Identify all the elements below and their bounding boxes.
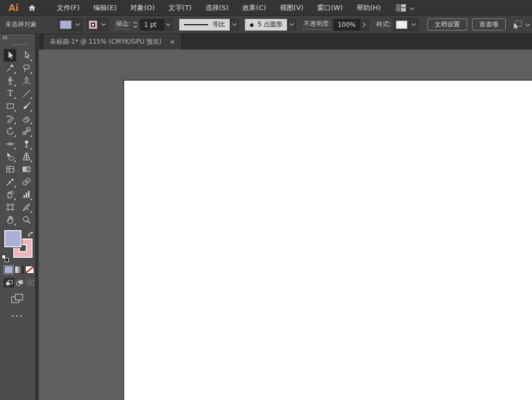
opacity-panel-link[interactable]: 不透明度: <box>303 19 331 29</box>
stroke-color-dropdown[interactable] <box>87 18 108 31</box>
menu-item-effect[interactable]: 效果(C) <box>236 0 273 16</box>
menu-item-object[interactable]: 对象(O) <box>124 0 161 16</box>
slice-tool[interactable] <box>20 201 33 213</box>
workspace-switcher-button[interactable] <box>396 3 415 13</box>
stroke-panel-link[interactable]: 描边: <box>116 19 130 29</box>
chevron-down-icon <box>99 19 108 31</box>
scale-tool[interactable] <box>20 125 33 137</box>
hand-icon <box>5 215 15 225</box>
column-graph-icon <box>22 189 32 199</box>
gradient-button[interactable] <box>15 266 24 274</box>
home-button[interactable] <box>27 3 37 13</box>
menu-item-help[interactable]: 帮助(H) <box>350 0 387 16</box>
paint-type-buttons <box>4 266 39 274</box>
opacity-input[interactable]: 100% <box>333 19 360 31</box>
menu-item-edit[interactable]: 编辑(E) <box>87 0 124 16</box>
menu-item-file[interactable]: 文件(F) <box>50 0 87 16</box>
main-menu: 文件(F)编辑(E)对象(O)文字(T)选择(S)效果(C)视图(V)窗口(W)… <box>50 0 387 16</box>
puppet-warp-tool[interactable] <box>20 137 33 150</box>
draw-normal-button[interactable] <box>4 278 14 287</box>
style-label: 样式: <box>376 20 391 29</box>
stroke-weight-stepper[interactable] <box>133 22 138 28</box>
fill-color-dropdown[interactable] <box>58 18 83 31</box>
screen-mode-button[interactable] <box>11 293 27 306</box>
document-setup-button[interactable]: 文档设置 <box>427 18 467 31</box>
swap-fill-stroke-button[interactable] <box>27 229 34 239</box>
selection-behavior-dropdown[interactable] <box>512 19 530 29</box>
panel-divider[interactable] <box>35 34 39 400</box>
paintbrush-icon <box>22 101 32 111</box>
pen-tool[interactable] <box>4 74 16 87</box>
shape-builder-tool[interactable] <box>4 150 16 163</box>
menu-item-type[interactable]: 文字(T) <box>161 0 198 16</box>
default-fill-stroke-button[interactable] <box>2 255 9 262</box>
chevron-down-icon <box>289 23 294 26</box>
illustrator-window: Ai 文件(F)编辑(E)对象(O)文字(T)选择(S)效果(C)视图(V)窗口… <box>0 0 532 400</box>
toolbar-grip[interactable] <box>13 44 26 45</box>
lasso-icon <box>22 63 32 73</box>
width-tool[interactable] <box>4 137 16 150</box>
artboard-tool[interactable] <box>4 201 16 213</box>
rectangle-tool[interactable] <box>4 99 16 112</box>
stroke-profile-line-icon <box>184 24 208 25</box>
line-segment-tool[interactable] <box>20 87 33 99</box>
canvas-pasteboard[interactable] <box>39 49 532 400</box>
selection-tool[interactable] <box>4 49 16 62</box>
hand-tool[interactable] <box>4 213 16 226</box>
style-dropdown[interactable] <box>394 18 418 31</box>
artboard-icon <box>5 202 15 212</box>
collapse-panel-icon[interactable] <box>2 35 8 40</box>
gradient-tool[interactable] <box>20 163 33 175</box>
fill-swatch[interactable] <box>4 230 22 247</box>
brush-definition-label: 5 点圆形 <box>258 20 282 29</box>
eraser-tool[interactable] <box>20 112 33 125</box>
preferences-button[interactable]: 首选项 <box>472 18 506 31</box>
brush-definition-preview[interactable]: ● 5 点圆形 <box>245 19 287 31</box>
draw-inside-icon <box>26 279 34 286</box>
document-tab[interactable]: 未标题-1* @ 115% (CMYK/GPU 预览) × <box>44 34 182 49</box>
menu-item-window[interactable]: 窗口(W) <box>310 0 350 16</box>
close-tab-icon[interactable]: × <box>169 38 175 45</box>
artboard[interactable] <box>124 80 532 400</box>
scale-icon <box>22 126 32 136</box>
draw-inside-button[interactable] <box>25 278 35 287</box>
document-tab-title: 未标题-1* @ 115% (CMYK/GPU 预览) <box>50 37 161 46</box>
magic-wand-tool[interactable] <box>4 62 16 74</box>
menu-bar: Ai 文件(F)编辑(E)对象(O)文字(T)选择(S)效果(C)视图(V)窗口… <box>0 0 532 16</box>
mesh-tool[interactable] <box>4 163 16 175</box>
opacity-expand-button[interactable] <box>360 19 369 31</box>
draw-behind-button[interactable] <box>14 278 25 287</box>
width-profile-dropdown-button[interactable] <box>230 19 239 31</box>
stroke-weight-input[interactable]: 1 pt <box>140 19 164 31</box>
eyedropper-tool[interactable] <box>4 175 16 188</box>
rectangle-icon <box>5 101 15 111</box>
brush-dot-icon: ● <box>250 22 254 27</box>
none-button[interactable] <box>25 266 34 274</box>
rotate-tool[interactable] <box>4 125 16 137</box>
zoom-tool[interactable] <box>20 213 33 226</box>
lasso-tool[interactable] <box>20 62 33 74</box>
perspective-grid-tool[interactable] <box>20 150 33 163</box>
curvature-tool[interactable] <box>20 74 33 87</box>
symbol-sprayer-tool[interactable] <box>4 188 16 201</box>
column-graph-tool[interactable] <box>20 188 33 201</box>
chevron-down-icon <box>409 19 418 31</box>
menu-item-select[interactable]: 选择(S) <box>198 0 235 16</box>
paintbrush-tool[interactable] <box>20 99 33 112</box>
menu-item-view[interactable]: 视图(V) <box>273 0 310 16</box>
color-button[interactable] <box>4 266 13 274</box>
direct-selection-tool[interactable] <box>20 49 33 62</box>
brush-dropdown-button[interactable] <box>287 19 296 31</box>
selection-icon <box>5 51 15 61</box>
blend-icon <box>22 177 32 187</box>
stepper-up-icon <box>133 22 138 24</box>
drawing-mode-buttons <box>4 278 39 287</box>
blend-tool[interactable] <box>20 175 33 188</box>
shaper-tool[interactable] <box>4 112 16 125</box>
shape-builder-icon <box>5 152 15 162</box>
edit-toolbar-button[interactable]: ••• <box>0 313 35 319</box>
width-profile-preview[interactable]: 等比 <box>179 19 230 31</box>
type-tool[interactable]: T <box>4 87 16 99</box>
stroke-weight-dropdown-button[interactable] <box>164 19 173 31</box>
chevron-down-icon <box>232 23 237 26</box>
